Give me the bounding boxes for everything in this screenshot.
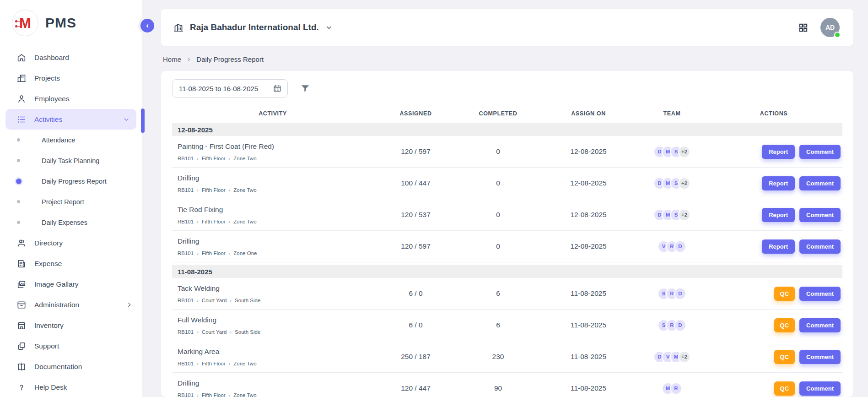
- chevron-right-icon: ›: [197, 187, 199, 193]
- column-header-activity: Activity: [172, 110, 373, 117]
- sidebar-item-dashboard[interactable]: Dashboard: [0, 47, 142, 68]
- qc-button[interactable]: QC: [774, 350, 795, 364]
- assign-on-value: 12-08-2025: [538, 211, 639, 219]
- app-root: M PMS Dashboard Projects Employees Activ…: [0, 0, 868, 397]
- chevron-right-icon: ›: [197, 156, 199, 161]
- sidebar-subitem-project-report[interactable]: Project Report: [0, 191, 142, 212]
- receipt-icon: [16, 259, 27, 269]
- location-segment: Zone Two: [233, 219, 256, 224]
- sidebar-subitem-daily-expenses[interactable]: Daily Expenses: [0, 212, 142, 233]
- chevron-left-icon: ‹: [146, 22, 149, 29]
- qc-button[interactable]: QC: [774, 318, 795, 332]
- sidebar-item-inventory[interactable]: Inventory: [0, 315, 142, 336]
- bullet-dot-icon: [17, 200, 20, 203]
- sidebar-item-support[interactable]: Support: [0, 336, 142, 356]
- sidebar-subitem-attendance[interactable]: Attendance: [0, 130, 142, 150]
- location-segment: Fifth Floor: [202, 156, 226, 161]
- sidebar-item-help-desk[interactable]: Help Desk: [0, 377, 142, 397]
- team-extra-count: +2: [678, 177, 690, 190]
- activity-path: RB101›Fifth Floor›Zone Two: [178, 392, 373, 397]
- sidebar-item-image-gallary[interactable]: Image Gallary: [0, 274, 142, 294]
- sidebar-item-label: Image Gallary: [34, 280, 78, 288]
- date-range-input[interactable]: 11-08-2025 to 16-08-2025: [172, 79, 288, 98]
- report-button[interactable]: Report: [762, 145, 795, 159]
- chevron-right-icon: ›: [229, 156, 231, 161]
- filter-icon[interactable]: [300, 83, 310, 93]
- comment-button[interactable]: Comment: [799, 381, 841, 396]
- location-segment: Fifth Floor: [202, 361, 226, 366]
- avatar-initials: AD: [825, 24, 835, 31]
- sidebar-item-documentation[interactable]: Documentation: [0, 356, 142, 377]
- logo: M PMS: [0, 0, 142, 46]
- activity-path: RB101›Fifth Floor›Zone Two: [178, 187, 373, 193]
- activity-cell: Full Welding RB101›Court Yard›South Side: [172, 316, 373, 335]
- breadcrumb-home[interactable]: Home: [163, 55, 181, 63]
- sidebar-item-expense[interactable]: Expense: [0, 253, 142, 274]
- activity-path: RB101›Court Yard›South Side: [178, 298, 373, 303]
- sidebar-item-administration[interactable]: Administration: [0, 294, 142, 315]
- comment-button[interactable]: Comment: [799, 145, 841, 159]
- chevron-right-icon: ›: [197, 250, 199, 256]
- assign-on-value: 11-08-2025: [538, 289, 639, 298]
- comment-button[interactable]: Comment: [799, 318, 841, 332]
- location-segment: RB101: [178, 156, 194, 161]
- sidebar-item-activities[interactable]: Activities: [5, 109, 136, 130]
- sidebar-item-projects[interactable]: Projects: [0, 68, 142, 88]
- column-header-team: Team: [639, 110, 705, 117]
- table-row: Marking Area RB101›Fifth Floor›Zone Two …: [172, 341, 842, 373]
- company-selector[interactable]: Raja Bahadur International Ltd.: [173, 22, 333, 33]
- team-member-avatar: D: [674, 240, 686, 253]
- comment-button[interactable]: Comment: [799, 239, 841, 254]
- assigned-value: 6 / 0: [373, 321, 458, 329]
- topbar-right: AD: [798, 18, 840, 37]
- building-icon: [173, 22, 184, 33]
- row-actions: QCComment: [705, 381, 842, 396]
- sidebar-item-label: Projects: [34, 74, 60, 82]
- qc-button[interactable]: QC: [774, 287, 795, 301]
- qc-button[interactable]: QC: [774, 381, 795, 396]
- chevron-right-icon: ›: [197, 392, 199, 397]
- team-member-avatar: D: [674, 319, 686, 332]
- chevron-right-icon: ›: [197, 361, 199, 366]
- report-button[interactable]: Report: [762, 176, 795, 190]
- group-date: 12-08-2025: [178, 126, 213, 134]
- app-title: PMS: [45, 15, 76, 31]
- table-body: 12-08-2025 Painting - First Coat (Fire R…: [172, 123, 842, 397]
- sidebar-subitem-label: Daily Progress Report: [42, 178, 107, 185]
- comment-button[interactable]: Comment: [799, 350, 841, 364]
- location-segment: South Side: [235, 329, 260, 335]
- apps-grid-icon[interactable]: [798, 22, 809, 33]
- progress-table: ActivityAssignedCompletedAssign OnTeamAc…: [172, 107, 842, 397]
- completed-value: 6: [458, 289, 538, 298]
- sidebar-subitem-label: Project Report: [42, 198, 84, 206]
- sidebar-item-directory[interactable]: Directory: [0, 233, 142, 253]
- activity-title: Drilling: [178, 379, 373, 387]
- comment-button[interactable]: Comment: [799, 287, 841, 301]
- location-segment: RB101: [178, 219, 194, 224]
- main-content: Raja Bahadur International Ltd. AD Home …: [142, 0, 868, 397]
- assign-on-value: 11-08-2025: [538, 353, 639, 361]
- sidebar-item-employees[interactable]: Employees: [0, 88, 142, 109]
- completed-value: 6: [458, 321, 538, 329]
- people-icon: [16, 238, 27, 248]
- sidebar-item-label: Employees: [34, 95, 70, 103]
- report-button[interactable]: Report: [762, 239, 795, 254]
- location-segment: Fifth Floor: [202, 219, 226, 224]
- activity-path: RB101›Fifth Floor›Zone One: [178, 250, 373, 256]
- user-avatar[interactable]: AD: [820, 18, 840, 37]
- online-status-dot: [834, 32, 841, 38]
- row-actions: ReportComment: [705, 239, 842, 254]
- sidebar-collapse-button[interactable]: ‹: [140, 19, 154, 33]
- sidebar-subitem-daily-task-planning[interactable]: Daily Task Planning: [0, 150, 142, 171]
- report-button[interactable]: Report: [762, 208, 795, 222]
- bullet-dot-icon: [17, 159, 20, 162]
- sidebar-item-label: Activities: [34, 115, 62, 124]
- team-avatars: DMS+2: [639, 209, 705, 221]
- copy-icon: [16, 341, 27, 351]
- comment-button[interactable]: Comment: [799, 208, 841, 222]
- chevron-right-icon: ›: [229, 219, 231, 224]
- team-avatars: SRD: [639, 288, 705, 300]
- column-header-assign-on: Assign On: [538, 110, 639, 117]
- comment-button[interactable]: Comment: [799, 176, 841, 190]
- sidebar-subitem-daily-progress-report[interactable]: Daily Progress Report: [0, 171, 142, 191]
